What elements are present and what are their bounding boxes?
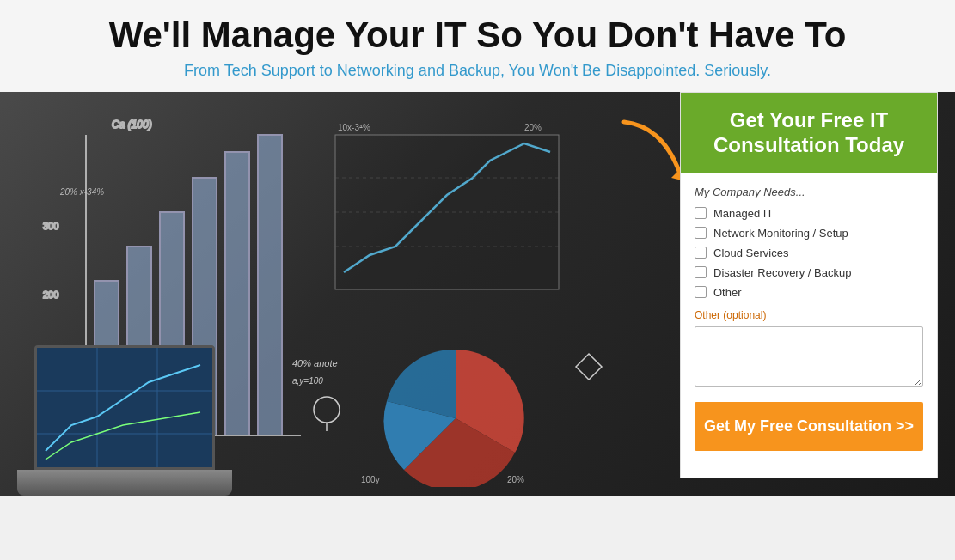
disaster-recovery-checkbox[interactable] — [695, 266, 707, 278]
laptop-screen — [34, 345, 215, 470]
network-monitoring-label[interactable]: Network Monitoring / Setup — [713, 227, 848, 240]
svg-point-25 — [314, 397, 340, 423]
svg-text:100y: 100y — [361, 475, 380, 484]
optional-label-text: Other — [695, 309, 720, 321]
needs-label: My Company Needs... — [695, 186, 923, 198]
laptop — [17, 307, 241, 496]
consultation-form-card: Get Your Free IT Consultation Today My C… — [680, 92, 938, 478]
list-item: Cloud Services — [695, 247, 923, 259]
cloud-services-label[interactable]: Cloud Services — [713, 247, 788, 259]
header-section: We'll Manage Your IT So You Don't Have T… — [0, 0, 955, 92]
list-item: Network Monitoring / Setup — [695, 227, 923, 240]
svg-text:20%: 20% — [507, 475, 524, 484]
other-textarea[interactable] — [695, 326, 923, 387]
other-checkbox[interactable] — [695, 286, 707, 298]
managed-it-label[interactable]: Managed IT — [713, 207, 773, 220]
other-label[interactable]: Other — [713, 286, 742, 299]
optional-label: Other (optional) — [695, 309, 923, 321]
list-item: Disaster Recovery / Backup — [695, 266, 923, 279]
disaster-recovery-label[interactable]: Disaster Recovery / Backup — [713, 266, 851, 279]
sub-headline: From Tech Support to Networking and Back… — [17, 62, 938, 80]
svg-text:40% anote: 40% anote — [292, 358, 338, 368]
svg-text:300: 300 — [43, 221, 58, 231]
svg-rect-5 — [258, 135, 282, 435]
svg-marker-27 — [576, 354, 602, 380]
svg-rect-28 — [37, 348, 215, 470]
hero-section: 0 100 200 300 Ca (100) 10x-3⁴% 20% — [0, 92, 955, 496]
laptop-screen-content — [37, 348, 215, 470]
svg-text:a,y=100: a,y=100 — [292, 376, 323, 386]
page-wrapper: We'll Manage Your IT So You Don't Have T… — [0, 0, 955, 496]
optional-span: (optional) — [723, 309, 766, 321]
form-card-header: Get Your Free IT Consultation Today — [681, 93, 937, 173]
svg-text:10x-3⁴%: 10x-3⁴% — [338, 123, 370, 132]
checkbox-list: Managed IT Network Monitoring / Setup Cl… — [695, 207, 923, 299]
list-item: Other — [695, 286, 923, 299]
svg-text:20%: 20% — [524, 123, 542, 132]
svg-text:200: 200 — [43, 289, 58, 300]
svg-text:Ca (100): Ca (100) — [112, 119, 152, 131]
submit-button[interactable]: Get My Free Consultation >> — [695, 402, 923, 451]
cloud-services-checkbox[interactable] — [695, 247, 707, 259]
network-monitoring-checkbox[interactable] — [695, 227, 707, 239]
svg-text:20% x-34%: 20% x-34% — [59, 187, 104, 197]
arrow-decoration — [620, 118, 689, 186]
form-card-title: Get Your Free IT Consultation Today — [695, 108, 923, 158]
form-body: My Company Needs... Managed IT Network M… — [681, 173, 937, 463]
list-item: Managed IT — [695, 207, 923, 220]
managed-it-checkbox[interactable] — [695, 207, 707, 219]
laptop-base — [17, 470, 232, 496]
main-headline: We'll Manage Your IT So You Don't Have T… — [17, 15, 938, 55]
